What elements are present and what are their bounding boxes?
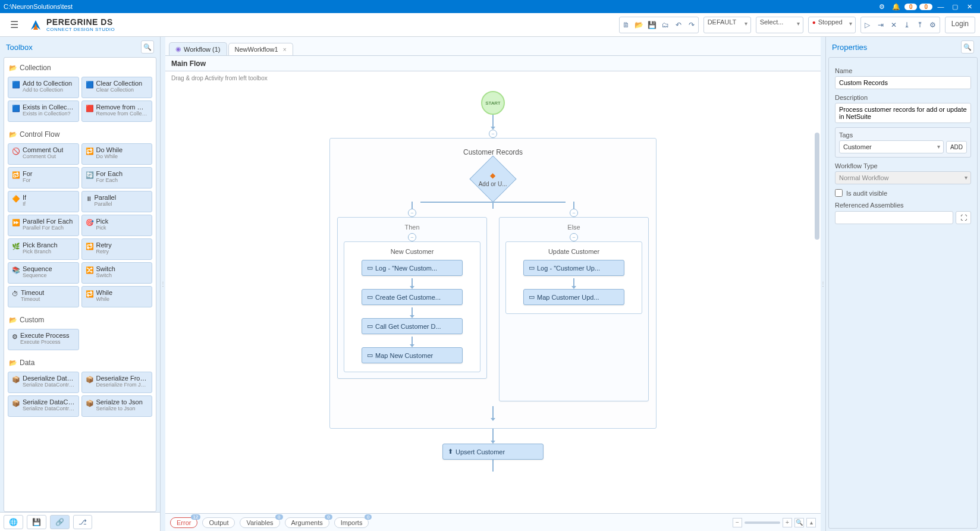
toolbox-category[interactable]: Custom xyxy=(7,312,153,328)
workflow-canvas[interactable]: START − Customer Records ◆Add or U... − xyxy=(165,85,821,495)
then-branch[interactable]: Then − New Customer ▭Log - "New Custom..… xyxy=(337,217,487,379)
bell-icon[interactable]: 🔔 xyxy=(889,1,903,12)
description-input[interactable] xyxy=(835,103,971,123)
properties-search-icon[interactable]: 🔍 xyxy=(961,40,974,54)
toolbox-search-icon[interactable]: 🔍 xyxy=(141,40,154,54)
tab-output[interactable]: Output xyxy=(202,517,235,528)
workflow-activity[interactable]: ▭Create Get Custome... xyxy=(362,289,463,305)
undo-icon[interactable]: ↶ xyxy=(672,17,685,33)
zoom-in-icon[interactable]: + xyxy=(783,518,792,527)
toolbox-item[interactable]: 🔀SwitchSwitch xyxy=(81,262,153,284)
close-icon[interactable]: ✕ xyxy=(962,1,976,12)
workflow-activity[interactable]: ▭Map New Customer xyxy=(362,347,463,363)
step-icon[interactable]: ⇥ xyxy=(874,17,887,33)
right-resize-handle[interactable]: ⋮ xyxy=(821,37,825,531)
vertical-scrollbar[interactable] xyxy=(815,133,819,240)
upsert-customer-activity[interactable]: ⬆ Upsert Customer xyxy=(442,444,544,460)
workflow-activity[interactable]: ▭Map Customer Upd... xyxy=(523,289,624,305)
audit-visible-checkbox[interactable] xyxy=(835,189,843,197)
settings-icon[interactable]: ⚙ xyxy=(926,17,940,33)
toolbox-item[interactable]: ⏩Parallel For EachParallel For Each xyxy=(8,215,79,236)
else-branch[interactable]: Else − Update Customer ▭Log - "Customer … xyxy=(499,217,649,401)
tab-error[interactable]: Error12 xyxy=(170,517,197,528)
collapse-icon[interactable]: − xyxy=(489,130,497,138)
toolbox-category[interactable]: Collection xyxy=(7,60,153,76)
name-input[interactable] xyxy=(835,76,971,89)
save-all-icon[interactable]: 🗂 xyxy=(659,17,672,33)
profile-select[interactable]: DEFAULT xyxy=(703,17,751,33)
start-node[interactable]: START xyxy=(481,91,505,115)
zoom-slider[interactable] xyxy=(745,521,780,524)
editor-tab[interactable]: ◉ Workflow (1) xyxy=(169,42,227,55)
then-collapse-icon[interactable]: − xyxy=(408,209,416,217)
footer-branch-icon[interactable]: ⎇ xyxy=(73,515,92,529)
redo-icon[interactable]: ↷ xyxy=(685,17,698,33)
toolbox-item[interactable]: 📦Serialze to JsonSerialize to Json xyxy=(81,395,153,417)
zoom-out-icon[interactable]: − xyxy=(733,518,742,527)
tab-arguments[interactable]: Arguments0 xyxy=(285,517,329,528)
update-customer-sequence[interactable]: Update Customer ▭Log - "Customer Up...▭M… xyxy=(505,241,642,314)
left-resize-handle[interactable]: ⋮ xyxy=(161,37,165,531)
login-button[interactable]: Login xyxy=(945,17,975,33)
toolbox-item[interactable]: 🚫Comment OutComment Out xyxy=(8,143,79,165)
expand-icon[interactable]: ⛶ xyxy=(956,211,971,224)
toolbox-item[interactable]: 🔂ForFor xyxy=(8,167,79,188)
toolbox-item[interactable]: 🌿Pick BranchPick Branch xyxy=(8,238,79,260)
minimize-icon[interactable]: — xyxy=(934,1,948,12)
tab-variables[interactable]: Variables0 xyxy=(240,517,279,528)
toolbox-item[interactable]: 🟦Exists in Collectio...Exists in Collect… xyxy=(8,100,79,122)
decision-node[interactable]: ◆Add or U... xyxy=(469,155,516,202)
workflow-activity[interactable]: ▭Log - "Customer Up... xyxy=(523,260,624,276)
else-collapse-icon[interactable]: − xyxy=(570,209,578,217)
toolbox-item[interactable]: 📚SequenceSequence xyxy=(8,262,79,284)
maximize-icon[interactable]: ▢ xyxy=(948,1,962,12)
run-icon[interactable]: ▷ xyxy=(861,17,874,33)
save-icon[interactable]: 💾 xyxy=(646,17,659,33)
toolbox-item[interactable]: 🔁Do WhileDo While xyxy=(81,143,153,165)
customer-records-container[interactable]: Customer Records ◆Add or U... − Then − xyxy=(329,138,657,429)
referenced-assemblies-input[interactable] xyxy=(835,211,953,224)
stop-icon[interactable]: ✕ xyxy=(887,17,900,33)
zoom-collapse-icon[interactable]: ▴ xyxy=(806,518,816,527)
toolbox-item[interactable]: 🎯PickPick xyxy=(81,215,153,236)
tab-close-icon[interactable]: × xyxy=(283,46,287,53)
editor-tab[interactable]: NewWorkflow1× xyxy=(228,43,293,55)
toolbox-item[interactable]: 🔶IfIf xyxy=(8,191,79,212)
toolbox-category[interactable]: Control Flow xyxy=(7,127,153,142)
toolbox-item[interactable]: 🟥Remove from Col...Remove from Collectio… xyxy=(81,100,153,122)
tags-select[interactable]: Customer xyxy=(839,140,944,153)
zoom-fit-icon[interactable]: 🔍 xyxy=(794,518,804,527)
tab-imports[interactable]: Imports0 xyxy=(334,517,369,528)
footer-link-icon[interactable]: 🔗 xyxy=(50,515,70,529)
open-file-icon[interactable]: 📂 xyxy=(633,17,646,33)
help-icon[interactable]: ⚙ xyxy=(875,1,889,12)
menu-icon[interactable]: ☰ xyxy=(5,15,24,34)
workflow-type-select[interactable]: Normal Workflow xyxy=(835,171,971,184)
toolbox-item[interactable]: 🔁RetryRetry xyxy=(81,238,153,260)
toolbox-item[interactable]: 🟦Add to CollectionAdd to Collection xyxy=(8,77,79,98)
toolbox-item[interactable]: ⏸ParallelParallel xyxy=(81,191,153,212)
new-file-icon[interactable]: 🗎 xyxy=(620,17,633,33)
footer-save-icon[interactable]: 💾 xyxy=(27,515,46,529)
then-inner-collapse-icon[interactable]: − xyxy=(408,233,416,241)
workflow-activity[interactable]: ▭Call Get Customer D... xyxy=(362,318,463,334)
run-status-select[interactable]: ●Stopped xyxy=(808,17,856,33)
else-inner-collapse-icon[interactable]: − xyxy=(570,233,578,241)
toolbox-item[interactable]: ⏱TimeoutTimeout xyxy=(8,286,79,307)
toolbox-item[interactable]: 🔁WhileWhile xyxy=(81,286,153,307)
footer-globe-icon[interactable]: 🌐 xyxy=(4,515,23,529)
toolbox-item[interactable]: 📦Serialize DataCo...Serialize DataContra… xyxy=(8,395,79,417)
toolbox-item[interactable]: 🔄For EachFor Each xyxy=(81,167,153,188)
export-icon[interactable]: ⤓ xyxy=(900,17,913,33)
toolbox-item[interactable]: ⚙Execute ProcessExecute Process xyxy=(8,329,79,350)
workflow-activity[interactable]: ▭Log - "New Custom... xyxy=(362,260,463,276)
toolbox-category[interactable]: Data xyxy=(7,355,153,370)
toolbox-item[interactable]: 📦Deserialize DataC...Serialize DataContr… xyxy=(8,372,79,393)
add-tag-button[interactable]: ADD xyxy=(946,141,967,153)
import-icon[interactable]: ⤒ xyxy=(913,17,926,33)
canvas-scroll[interactable]: START − Customer Records ◆Add or U... − xyxy=(165,85,821,513)
toolbox-item[interactable]: 🟦Clear CollectionClear Collection xyxy=(81,77,153,98)
new-customer-sequence[interactable]: New Customer ▭Log - "New Custom...▭Creat… xyxy=(344,241,480,372)
toolbox-item[interactable]: 📦Deserialize From ...Deserialize From Js… xyxy=(81,372,153,393)
endpoint-select[interactable]: Select... xyxy=(756,17,803,33)
